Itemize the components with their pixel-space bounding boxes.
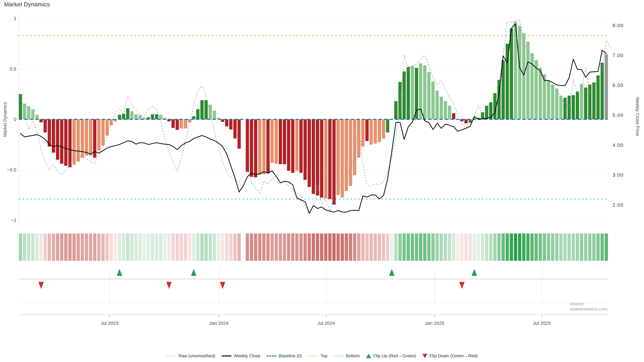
flip-up-marker: [472, 269, 477, 276]
heatmap-cell: [555, 233, 558, 261]
legend-item: Weekly Close: [222, 353, 260, 359]
heatmap-cell: [138, 233, 142, 261]
heatmap-cell: [233, 233, 237, 261]
heatmap-cell: [402, 233, 406, 261]
heatmap-cell: [56, 233, 59, 261]
legend-item-label: Flip Up (Red→Green): [374, 353, 416, 359]
dynamics-bar: [299, 119, 303, 173]
dynamics-bar: [551, 84, 554, 119]
heatmap-cell: [151, 233, 154, 261]
heatmap-cell: [419, 233, 422, 261]
heatmap-cell: [52, 233, 55, 261]
dynamics-bar: [19, 94, 22, 119]
x-tick-label: Jul 2024: [317, 321, 335, 326]
dynamics-bar: [180, 119, 183, 128]
heatmap-cell: [266, 233, 270, 261]
heatmap-cell: [291, 233, 294, 261]
heatmap-cell: [518, 233, 522, 261]
dynamics-bar: [77, 119, 80, 162]
heatmap-cell: [229, 233, 232, 261]
heatmap-cell: [299, 233, 303, 261]
legend-item-label: Weekly Close: [234, 353, 260, 359]
dynamics-bar: [320, 119, 323, 198]
heatmap-cell: [295, 233, 298, 261]
heatmap-cell: [200, 233, 204, 261]
dynamics-bar: [134, 114, 138, 119]
y-tick-label: 0.5: [10, 66, 16, 71]
dynamics-bar: [464, 119, 468, 123]
heatmap-cell: [493, 233, 496, 261]
dynamics-bar: [444, 101, 447, 119]
baseline-swatch: [267, 356, 276, 357]
heatmap-cell: [489, 233, 492, 261]
heatmap-cell: [563, 233, 567, 261]
heatmap-cell: [64, 233, 68, 261]
heatmap-cell: [464, 233, 468, 261]
dynamics-bar: [229, 119, 232, 129]
heatmap-cell: [423, 233, 426, 261]
dynamics-bar: [44, 119, 47, 132]
heatmap-cell: [559, 233, 563, 261]
dynamics-bar: [584, 87, 587, 119]
dynamics-bar: [274, 119, 278, 164]
dynamics-bar: [64, 119, 68, 166]
market-dynamics-dashboard: Market Dynamics Market Dynamics Weekly C…: [0, 0, 644, 362]
dynamics-bar: [440, 97, 443, 119]
weekly-close-swatch: [222, 356, 232, 357]
legend-item-label: Raw (unsmoothed): [178, 353, 215, 359]
top-line-swatch: [308, 356, 318, 356]
heatmap-cell: [592, 233, 596, 261]
heatmap-cell: [386, 233, 390, 261]
heatmap-cell: [180, 233, 183, 261]
heatmap-cell: [436, 233, 439, 261]
heatmap-cell: [411, 233, 414, 261]
dynamics-bar: [266, 119, 270, 173]
heatmap-cell: [345, 233, 348, 261]
heatmap-cell: [23, 233, 26, 261]
legend-item-label: Bottom: [346, 353, 360, 359]
dynamics-bar: [415, 68, 418, 119]
dynamics-bar: [452, 113, 455, 119]
dynamics-bar: [52, 119, 55, 153]
dynamics-bar: [85, 119, 88, 156]
heatmap-cell: [93, 233, 96, 261]
dynamics-bar: [304, 119, 307, 180]
dynamics-bar: [448, 106, 451, 119]
heatmap-cell: [510, 233, 513, 261]
dynamics-bar: [238, 119, 241, 149]
dynamics-bar: [176, 119, 179, 130]
heatmap-cell: [279, 233, 282, 261]
flip-up-marker: [117, 269, 122, 276]
heatmap-cell: [221, 233, 224, 261]
flip-down-icon: [422, 354, 427, 358]
heatmap-cell: [481, 233, 484, 261]
heatmap-cell: [332, 233, 336, 261]
heatmap-cell: [526, 233, 530, 261]
dynamics-bar: [398, 82, 402, 119]
heatmap-cell: [498, 233, 501, 261]
legend: Raw (unsmoothed)Weekly CloseBaseline (0)…: [0, 353, 644, 359]
heatmap-cell: [192, 233, 196, 261]
dynamics-bar: [374, 119, 377, 143]
heatmap-cell: [308, 233, 311, 261]
heatmap-cell: [36, 233, 39, 261]
price-tick-label: 4.00: [612, 142, 624, 148]
dynamics-bar: [328, 119, 332, 199]
x-tick-label: Jan 2025: [425, 321, 444, 326]
dynamics-bar: [378, 119, 381, 142]
heatmap-cell: [328, 233, 332, 261]
flip-up-icon: [366, 354, 371, 358]
dynamics-bar: [539, 68, 542, 119]
heatmap-cell: [262, 233, 266, 261]
heatmap-cell: [485, 233, 488, 261]
y-tick-label: 1: [14, 16, 16, 21]
dynamics-bar: [130, 111, 134, 119]
heatmap-cell: [374, 233, 377, 261]
heatmap-cell: [184, 233, 187, 261]
dynamics-bar: [250, 119, 253, 177]
dynamics-bar: [270, 119, 274, 163]
dynamics-bar: [555, 88, 558, 119]
heatmap-cell: [159, 233, 162, 261]
raw-line-swatch: [166, 356, 176, 356]
dynamics-bar: [411, 66, 414, 119]
